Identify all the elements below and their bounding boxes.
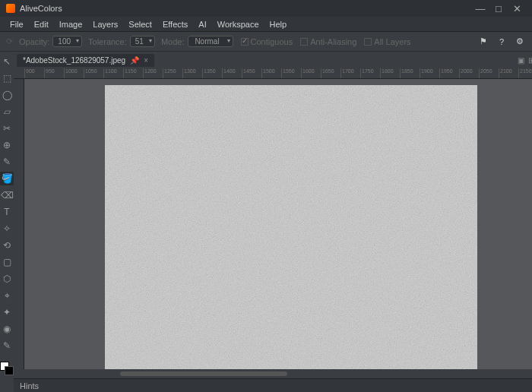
tool-poly[interactable]: ⬡ [0, 272, 14, 286]
hints-label: Hints [20, 381, 39, 390]
menu-image[interactable]: Image [54, 20, 88, 29]
svg-rect-1 [105, 85, 477, 369]
minimize-button[interactable]: — [471, 3, 489, 14]
tool-spark[interactable]: ✦ [0, 305, 14, 319]
maximize-button[interactable]: □ [489, 3, 508, 14]
tab-pin-icon[interactable]: 📌 [130, 56, 139, 65]
menu-file[interactable]: File [5, 20, 29, 29]
antialiasing-label: Anti-Aliasing [310, 37, 356, 46]
tool-pen[interactable]: ✎ [0, 155, 14, 169]
tool-arrow[interactable]: ↖ [0, 55, 14, 68]
tool-crop[interactable]: ✂ [0, 122, 14, 135]
view-mode-2[interactable]: ⊞ [526, 56, 532, 65]
tool-text[interactable]: T [0, 205, 14, 219]
notices-icon[interactable]: ⚑ [477, 36, 489, 48]
app-logo [6, 4, 15, 13]
horizontal-scrollbar[interactable] [14, 369, 532, 378]
tab-title: *AdobeStock_126829057.jpeg [23, 56, 125, 65]
menu-edit[interactable]: Edit [29, 20, 54, 29]
hints-bar: Hints ▾ [14, 378, 532, 392]
ruler-vertical [14, 79, 24, 369]
tool-eraser[interactable]: ⌫ [0, 188, 14, 202]
tool-target[interactable]: ⌖ [0, 289, 14, 302]
tool-shape[interactable]: ▢ [0, 255, 14, 269]
menu-help[interactable]: Help [264, 20, 293, 29]
opacity-label: Opacity: [19, 37, 49, 46]
canvas[interactable] [24, 79, 532, 369]
menu-ai[interactable]: AI [193, 20, 211, 29]
close-button[interactable]: ✕ [508, 3, 526, 14]
menu-effects[interactable]: Effects [157, 20, 193, 29]
tool-eye[interactable]: ◉ [0, 322, 14, 336]
contiguous-checkbox[interactable] [241, 38, 249, 46]
mode-label: Mode: [161, 37, 185, 46]
opacity-dropdown[interactable]: 100 [52, 36, 82, 47]
tool-bucket[interactable]: 🪣 [0, 172, 14, 185]
help-icon[interactable]: ? [496, 36, 508, 48]
view-mode-1[interactable]: ▣ [515, 56, 526, 65]
menu-workspace[interactable]: Workspace [212, 20, 264, 29]
settings-icon[interactable]: ⚙ [514, 36, 526, 48]
alllayers-checkbox[interactable] [364, 38, 372, 46]
tool-marquee[interactable]: ⬚ [0, 71, 14, 85]
mode-dropdown[interactable]: Normal [188, 36, 233, 47]
ruler-horizontal: 9009501000105011001150120012501300135014… [14, 68, 532, 79]
tool-wand[interactable]: ⊕ [0, 138, 14, 152]
tool-ellipse[interactable]: ◯ [0, 88, 14, 102]
tab-close-icon[interactable]: × [144, 56, 148, 65]
document-tab[interactable]: *AdobeStock_126829057.jpeg 📌 × [17, 54, 154, 67]
alllayers-label: All Layers [374, 37, 410, 46]
tool-brush[interactable]: ✎ [0, 339, 14, 352]
tool-rotate[interactable]: ⟲ [0, 239, 14, 252]
menu-bar: File Edit Image Layers Select Effects AI… [0, 17, 532, 32]
tolerance-label: Tolerance: [88, 37, 127, 46]
menu-layers[interactable]: Layers [87, 20, 123, 29]
toolbox: ↖ ⬚ ◯ ▱ ✂ ⊕ ✎ 🪣 ⌫ T ✧ ⟲ ▢ ⬡ ⌖ ✦ ◉ ✎ [0, 52, 14, 392]
color-swatch[interactable] [0, 362, 14, 375]
contiguous-label: Contiguous [251, 37, 293, 46]
options-bar: ⟳ Opacity: 100 Tolerance: 51 Mode: Norma… [0, 32, 532, 52]
tool-lasso[interactable]: ▱ [0, 105, 14, 119]
canvas-image [105, 85, 477, 369]
tolerance-dropdown[interactable]: 51 [130, 36, 155, 47]
app-title: AliveColors [20, 4, 62, 13]
antialiasing-checkbox[interactable] [300, 38, 308, 46]
tool-wand2[interactable]: ✧ [0, 222, 14, 236]
menu-select[interactable]: Select [123, 20, 157, 29]
